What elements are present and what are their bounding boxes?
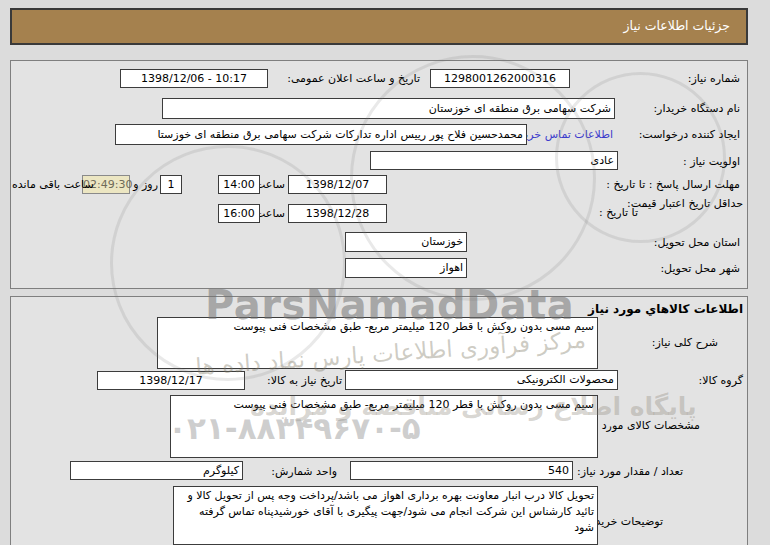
buyer-notes-textarea[interactable]: تحویل کالا درب انبار معاونت بهره برداری … (173, 486, 598, 545)
price-validity-date-field[interactable]: 1398/12/28 (288, 204, 387, 223)
announce-datetime-label: تاریخ و ساعت اعلان عمومی: (287, 72, 420, 85)
delivery-city-field[interactable]: اهواز (345, 258, 467, 278)
count-unit-field[interactable]: کیلوگرم (70, 461, 243, 480)
buyer-org-field[interactable]: شرکت سهامی برق منطقه ای خوزستان (162, 98, 615, 119)
need-number-label: شماره نیاز: (688, 72, 740, 85)
quantity-label: تعداد / مقدار مورد نیاز: (577, 465, 683, 478)
validity-until-label: تا تاریخ : (599, 206, 638, 219)
reply-deadline-time-field[interactable]: 14:00 (218, 175, 260, 194)
need-description-label: شرح کلی نیاز: (652, 336, 718, 349)
goods-group-label: گروه کالا: (699, 374, 743, 387)
creator-field[interactable]: محمدحسین فلاح پور رییس اداره تدارکات شرک… (115, 124, 527, 145)
delivery-province-label: استان محل تحویل: (654, 236, 740, 249)
need-details-page: جزئیات اطلاعات نیاز شماره نیاز: 12980012… (0, 0, 770, 545)
need-description-textarea[interactable]: سیم مسی بدون روکش با قطر 120 میلیمتر مرب… (157, 317, 598, 369)
hours-remaining-label: ساعت باقی مانده (12, 178, 94, 191)
reply-deadline-date-field[interactable]: 1398/12/07 (288, 175, 387, 194)
count-unit-label: واحد شمارش: (271, 465, 337, 478)
page-title: جزئیات اطلاعات نیاز (10, 8, 748, 45)
delivery-city-label: شهر محل تحویل: (660, 262, 740, 275)
reply-deadline-label: مهلت ارسال پاسخ : تا تاریخ : (606, 178, 740, 191)
priority-label: اولویت نیاز : (683, 155, 740, 168)
announce-datetime-field[interactable]: 1398/12/06 - 10:17 (120, 69, 268, 88)
goods-specs-textarea[interactable]: سیم مسی بدون روکش با قطر 120 میلیمتر مرب… (170, 395, 598, 458)
goods-need-date-field[interactable]: 1398/12/17 (97, 371, 245, 390)
goods-section-header: اطلاعات کالاهاي مورد نیاز (588, 302, 743, 316)
price-validity-time-field[interactable]: 16:00 (218, 204, 260, 223)
need-number-field[interactable]: 1298001262000316 (430, 69, 570, 88)
days-and-label: روز و (133, 178, 158, 191)
priority-field[interactable]: عادی (370, 151, 618, 170)
price-validity-label: حداقل تاریخ اعتبار قیمت: (625, 197, 743, 210)
goods-need-date-label: تاریخ نیاز به کالا: (267, 374, 342, 387)
delivery-province-field[interactable]: خوزستان (345, 232, 467, 252)
quantity-field[interactable]: 540 (350, 461, 573, 480)
days-remaining-field[interactable]: 1 (160, 175, 182, 194)
goods-group-field[interactable]: محصولات الکترونیکی (345, 370, 618, 390)
creator-label: ایجاد کننده درخواست: (639, 128, 740, 141)
buyer-org-label: نام دستگاه خریدار: (653, 102, 740, 115)
